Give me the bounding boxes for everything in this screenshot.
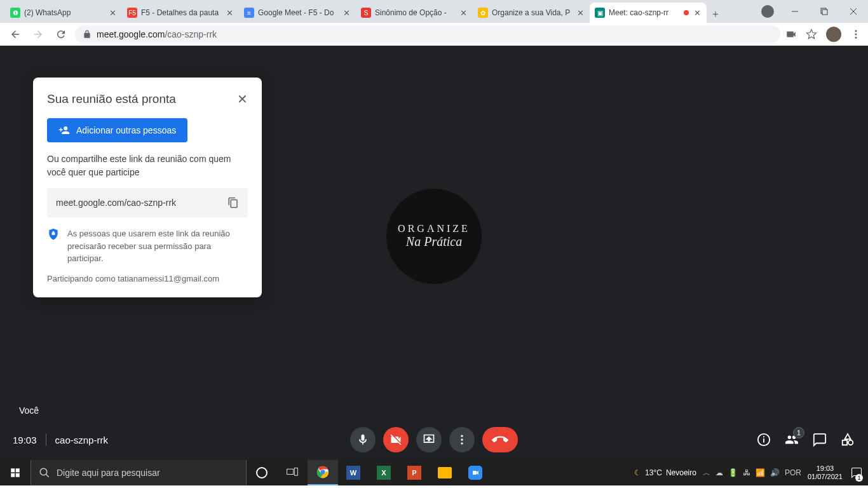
more-vert-icon <box>456 433 468 446</box>
meet-info-left: 19:03 cao-sznp-rrk <box>13 433 108 446</box>
taskbar-chrome[interactable] <box>308 460 338 485</box>
meeting-link-box: meet.google.com/cao-sznp-rrk <box>47 188 248 217</box>
tab-meet-active[interactable]: ▣ Meet: cao-sznp-rr ✕ <box>590 3 707 23</box>
permission-info: As pessoas que usarem este link da reuni… <box>47 227 248 265</box>
close-popup-button[interactable]: ✕ <box>237 92 248 107</box>
svg-point-7 <box>855 36 857 38</box>
wifi-icon[interactable]: 📶 <box>756 468 765 477</box>
star-icon[interactable] <box>806 29 817 40</box>
tray-icons: ︿ ☁ 🔋 🖧 📶 🔊 POR <box>703 468 801 478</box>
close-icon[interactable]: ✕ <box>459 8 468 17</box>
camera-button[interactable] <box>383 427 409 452</box>
svg-point-14 <box>40 468 47 475</box>
whatsapp-icon: ❶ <box>10 8 20 18</box>
avatar-text-line2: Na Prática <box>406 234 462 249</box>
cortana-button[interactable] <box>247 460 277 485</box>
chat-icon <box>813 433 827 447</box>
meet-controls <box>350 427 518 452</box>
tab-f5-detalhes[interactable]: F5 F5 - Detalhes da pauta ✕ <box>122 3 239 23</box>
svg-point-5 <box>855 30 857 32</box>
close-icon[interactable]: ✕ <box>108 8 117 17</box>
zoom-icon <box>468 466 482 480</box>
address-bar[interactable]: meet.google.com/cao-sznp-rrk <box>75 25 780 43</box>
tab-sinonimo[interactable]: S Sinônimo de Opção - ✕ <box>356 3 473 23</box>
taskbar-search[interactable]: Digite aqui para pesquisar <box>31 460 247 485</box>
weather-cond: Nevoeiro <box>666 468 696 477</box>
meeting-details-button[interactable] <box>756 432 771 447</box>
meet-right-controls: 1 <box>756 432 855 447</box>
powerpoint-icon: P <box>407 466 421 480</box>
maximize-button[interactable] <box>810 1 839 22</box>
hangup-button[interactable] <box>482 427 518 452</box>
volume-icon[interactable]: 🔊 <box>770 468 780 477</box>
task-view-button[interactable] <box>277 460 308 485</box>
person-add-icon <box>58 125 70 136</box>
meet-bottom-bar: 19:03 cao-sznp-rrk <box>0 419 868 460</box>
divider <box>46 433 46 446</box>
present-button[interactable] <box>416 427 442 452</box>
search-placeholder: Digite aqui para pesquisar <box>57 468 160 478</box>
close-icon[interactable]: ✕ <box>576 8 585 17</box>
self-label: Você <box>19 405 39 416</box>
taskbar-zoom[interactable] <box>460 460 491 485</box>
joining-as-text: Participando como tatianamessi11@gmail.c… <box>47 274 248 283</box>
tab-organize[interactable]: ✿ Organize a sua Vida, P ✕ <box>473 3 590 23</box>
toolbar-right <box>785 27 862 42</box>
menu-icon[interactable] <box>850 29 862 40</box>
taskbar-excel[interactable]: X <box>369 460 399 485</box>
tab-whatsapp[interactable]: ❶ (2) WhatsApp ✕ <box>5 3 122 23</box>
mic-icon <box>356 433 369 446</box>
taskbar-pinned: W X P <box>247 460 491 485</box>
weather-temp: 13°C <box>645 468 662 477</box>
forward-button[interactable] <box>29 25 47 43</box>
new-tab-button[interactable]: ＋ <box>707 5 724 23</box>
taskbar-clock[interactable]: 19:03 01/07/2021 <box>808 464 843 481</box>
present-icon <box>423 433 435 446</box>
taskbar-word[interactable]: W <box>338 460 369 485</box>
mic-button[interactable] <box>350 427 376 452</box>
svg-point-10 <box>461 442 463 444</box>
shield-icon <box>47 227 60 240</box>
reload-button[interactable] <box>52 25 70 43</box>
info-icon <box>757 433 771 447</box>
onedrive-icon[interactable]: ☁ <box>715 468 723 477</box>
close-icon[interactable]: ✕ <box>225 8 234 17</box>
shapes-icon <box>841 433 855 447</box>
participants-button[interactable]: 1 <box>784 432 799 447</box>
start-button[interactable] <box>0 460 31 485</box>
close-icon[interactable]: ✕ <box>342 8 351 17</box>
more-options-button[interactable] <box>449 427 475 452</box>
weather-widget[interactable]: ☾ 13°C Nevoeiro <box>634 468 696 477</box>
battery-icon[interactable]: 🔋 <box>728 468 738 477</box>
camera-icon[interactable] <box>785 29 797 40</box>
tab-google-docs[interactable]: ≡ Google Meet - F5 - Do ✕ <box>239 3 356 23</box>
word-icon: W <box>346 466 360 480</box>
meet-code: cao-sznp-rrk <box>55 435 108 445</box>
minimize-button[interactable] <box>780 1 810 22</box>
organize-icon: ✿ <box>478 8 488 18</box>
profile-avatar[interactable] <box>826 27 841 42</box>
taskbar-powerpoint[interactable]: P <box>399 460 430 485</box>
profile-badge-icon[interactable] <box>761 5 774 18</box>
popup-title: Sua reunião está pronta <box>47 92 176 106</box>
f5-icon: F5 <box>127 8 137 18</box>
clock-time: 19:03 <box>808 464 843 473</box>
copy-link-button[interactable] <box>227 197 239 208</box>
svg-point-13 <box>763 436 764 437</box>
activities-button[interactable] <box>840 432 855 447</box>
close-window-button[interactable] <box>839 1 868 22</box>
tray-chevron-icon[interactable]: ︿ <box>703 468 710 478</box>
task-view-icon <box>286 466 299 479</box>
action-center-button[interactable]: 1 <box>849 460 864 485</box>
folder-icon <box>438 467 452 478</box>
taskbar-explorer[interactable] <box>430 460 460 485</box>
tab-title: Organize a sua Vida, P <box>492 8 572 17</box>
add-people-button[interactable]: Adicionar outras pessoas <box>47 118 187 142</box>
close-icon[interactable]: ✕ <box>693 8 702 17</box>
network-icon[interactable]: 🖧 <box>743 468 750 477</box>
notification-badge: 1 <box>855 474 863 482</box>
language-indicator[interactable]: POR <box>785 468 801 477</box>
back-button[interactable] <box>6 25 24 43</box>
chat-button[interactable] <box>812 432 827 447</box>
permission-text: As pessoas que usarem este link da reuni… <box>67 227 248 265</box>
